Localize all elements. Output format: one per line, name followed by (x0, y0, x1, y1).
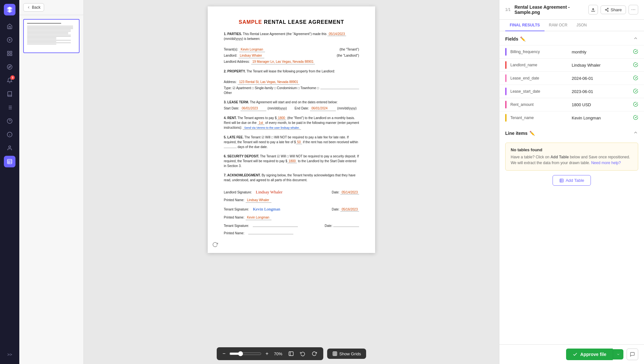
document-title: SAMPLE RENTAL LEASE AGREEMENT (224, 19, 359, 25)
thumbnail-area (19, 15, 83, 364)
svg-line-37 (606, 9, 608, 9)
field-row: Billing_frequency monthly (499, 45, 644, 58)
field-value: Lindsay Whaler (572, 63, 630, 68)
zoom-out-button[interactable]: − (221, 350, 227, 357)
sidebar: 3 >> (0, 0, 19, 364)
rotate-right-button[interactable] (310, 349, 319, 358)
field-check-icon[interactable] (633, 49, 638, 55)
field-value: Kevin Longman (572, 116, 630, 120)
field-value: monthly (572, 50, 630, 54)
fields-list: Billing_frequency monthly Landlord_name … (499, 45, 644, 124)
add-table-button[interactable]: Add Table (553, 175, 591, 186)
doc-section-acknowledgment: 7. ACKNOWLEDGMENT. By signing below, the… (224, 173, 359, 182)
field-color-indicator (505, 74, 507, 82)
document-thumbnail[interactable] (23, 19, 80, 53)
sidebar-item-home[interactable] (4, 21, 15, 32)
back-button[interactable]: Back (23, 3, 44, 12)
field-color-indicator (505, 61, 507, 69)
right-panel: 1/1 Rental Lease Agreement - Sample.png … (499, 0, 644, 364)
field-check-icon[interactable] (633, 89, 638, 95)
svg-rect-4 (10, 51, 12, 53)
chat-button[interactable] (627, 349, 638, 360)
main-area: SAMPLE RENTAL LEASE AGREEMENT 1. PARTIES… (84, 0, 499, 364)
header-actions: Share ··· (588, 5, 638, 14)
field-color-indicator (505, 114, 507, 122)
field-check-icon[interactable] (633, 75, 638, 81)
sidebar-item-question[interactable] (4, 115, 15, 127)
file-panel: Back (19, 0, 84, 364)
share-button[interactable]: Share (601, 5, 626, 14)
zoom-slider[interactable] (229, 351, 261, 356)
line-items-edit-icon[interactable]: ✏️ (529, 131, 535, 136)
fit-page-button[interactable] (287, 349, 296, 358)
show-grids-button[interactable]: Show Grids (327, 349, 366, 359)
field-value: 1800 USD (572, 102, 630, 107)
svg-point-7 (7, 65, 12, 70)
sidebar-item-info[interactable] (4, 129, 15, 140)
right-panel-header: 1/1 Rental Lease Agreement - Sample.png … (499, 0, 644, 20)
doc-section-security: 6. SECURITY DEPOSIT. The Tenant ☑ Will □… (224, 154, 359, 168)
sidebar-item-book[interactable] (4, 88, 15, 100)
approve-dropdown-button[interactable] (613, 349, 623, 359)
field-check-icon[interactable] (633, 102, 638, 108)
more-options-button[interactable]: ··· (629, 5, 638, 14)
sidebar-item-grid[interactable] (4, 48, 15, 59)
sidebar-item-add[interactable] (4, 34, 15, 46)
field-row: Rent_amount 1800 USD (499, 98, 644, 111)
fields-section-header: Fields ✏️ (499, 31, 644, 45)
page-indicator: 1/1 (505, 7, 511, 12)
svg-point-33 (607, 8, 608, 9)
line-items-header: Line items ✏️ (499, 126, 644, 139)
zoom-level: 70% (272, 351, 284, 356)
sidebar-item-list[interactable] (4, 102, 15, 113)
fields-collapse-icon[interactable] (633, 36, 638, 42)
fields-edit-icon[interactable]: ✏️ (520, 36, 526, 42)
no-tables-text: Have a table? Click on Add Table below a… (511, 154, 633, 166)
bottom-toolbar: − + 70% Show Grids (84, 343, 499, 364)
svg-point-20 (9, 146, 11, 148)
field-color-indicator (505, 48, 507, 56)
sidebar-item-table[interactable] (4, 156, 15, 167)
tab-raw-ocr[interactable]: RAW OCR (545, 20, 572, 31)
fields-title: Fields ✏️ (505, 36, 526, 42)
field-row: Landlord_name Lindsay Whaler (499, 58, 644, 71)
document-canvas[interactable]: SAMPLE RENTAL LEASE AGREEMENT 1. PARTIES… (84, 0, 499, 343)
tab-final-results[interactable]: FINAL RESULTS (505, 20, 545, 31)
zoom-in-button[interactable]: + (264, 350, 270, 357)
sidebar-item-user[interactable] (4, 142, 15, 154)
doc-section-lease-term: 3. LEASE TERM. The Agreement will start … (224, 100, 359, 111)
refresh-icon[interactable] (212, 242, 218, 248)
field-row: Lease_end_date 2024-06-01 (499, 71, 644, 85)
field-name: Lease_start_date (510, 89, 568, 94)
svg-marker-8 (9, 66, 11, 68)
svg-rect-3 (7, 51, 9, 53)
field-row: Tenant_name Kevin Longman (499, 111, 644, 124)
approve-button[interactable]: Approve file (566, 349, 613, 360)
line-items-section: Line items ✏️ No tables found Have a tab… (499, 126, 644, 186)
doc-section-late-fee: 5. LATE FEE. The Tenant ☑ Will □ Will NO… (224, 135, 359, 149)
svg-rect-38 (560, 179, 563, 182)
upload-button[interactable] (588, 5, 598, 14)
no-tables-box: No tables found Have a table? Click on A… (505, 143, 638, 171)
tabs-row: FINAL RESULTS RAW OCR JSON (499, 20, 644, 31)
svg-rect-27 (333, 352, 337, 356)
svg-rect-5 (7, 54, 9, 56)
field-check-icon[interactable] (633, 115, 638, 121)
svg-rect-21 (7, 159, 12, 164)
field-color-indicator (505, 101, 507, 108)
line-items-collapse-icon[interactable] (633, 130, 638, 136)
action-bar: Approve file (499, 344, 644, 364)
doc-section-property: 2. PROPERTY. The Tenant will lease the f… (224, 69, 359, 95)
doc-section-parties: 1. PARTIES. This Rental Lease Agreement … (224, 32, 359, 64)
tab-json[interactable]: JSON (572, 20, 591, 31)
doc-section-rent: 4. RENT. The Tenant agrees to pay $1800 … (224, 116, 359, 130)
app-logo[interactable] (4, 4, 15, 15)
rotate-left-button[interactable] (298, 349, 307, 358)
need-more-help-link[interactable]: Need more help? (591, 161, 621, 165)
svg-rect-25 (289, 352, 293, 356)
field-check-icon[interactable] (633, 62, 638, 68)
sidebar-item-bell[interactable]: 3 (4, 75, 15, 86)
sidebar-expand-button[interactable]: >> (4, 349, 15, 360)
sidebar-item-compass[interactable] (4, 61, 15, 73)
right-content: Fields ✏️ Billing_frequency monthly Land… (499, 31, 644, 344)
